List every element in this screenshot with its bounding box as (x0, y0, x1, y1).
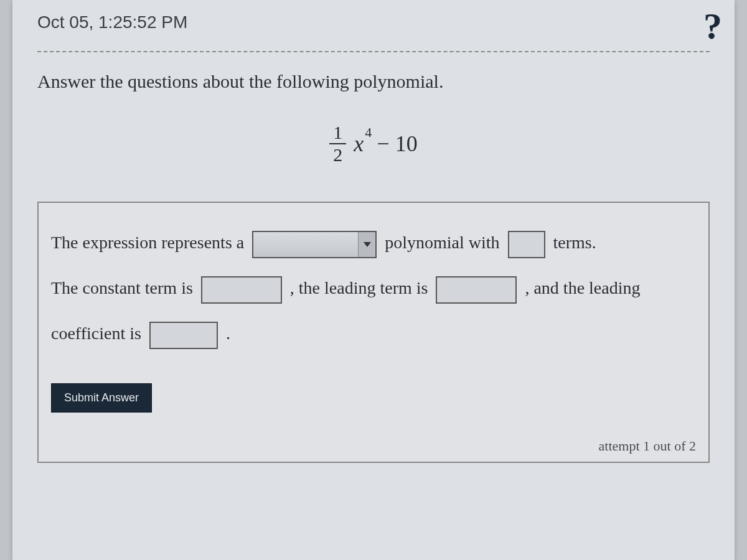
leading-term-input[interactable] (436, 276, 517, 304)
constant-term-input[interactable] (201, 276, 282, 304)
fraction-numerator: 1 (329, 123, 346, 144)
attempt-counter: attempt 1 out of 2 (599, 438, 696, 454)
divider (37, 51, 710, 52)
polynomial-expression: 1 2 x4 − 10 (37, 123, 710, 164)
text-segment: terms. (553, 233, 596, 252)
poly-constant: − 10 (377, 131, 417, 157)
submit-answer-button[interactable]: Submit Answer (51, 383, 152, 413)
fraction: 1 2 (329, 123, 346, 164)
polynomial-type-select[interactable] (252, 231, 377, 258)
answer-box: The expression represents a polynomial w… (37, 202, 710, 463)
poly-exponent: 4 (365, 124, 372, 140)
answer-line-1: The expression represents a polynomial w… (51, 222, 696, 263)
text-segment: coefficient is (51, 324, 146, 343)
fraction-denominator: 2 (329, 144, 346, 164)
poly-variable: x (354, 131, 364, 156)
text-segment: . (226, 324, 230, 343)
text-segment: polynomial with (385, 233, 504, 252)
question-prompt: Answer the questions about the following… (37, 71, 710, 92)
poly-term: x4 (354, 131, 372, 157)
help-icon[interactable]: ? (703, 5, 722, 48)
text-segment: The constant term is (51, 278, 197, 297)
leading-coefficient-input[interactable] (149, 322, 218, 349)
answer-line-3: coefficient is . (51, 312, 696, 354)
terms-count-input[interactable] (508, 231, 545, 258)
timestamp: Oct 05, 1:25:52 PM (37, 0, 710, 51)
text-segment: The expression represents a (51, 233, 248, 252)
answer-line-2: The constant term is , the leading term … (51, 267, 696, 309)
question-page: ? Oct 05, 1:25:52 PM Answer the question… (12, 0, 735, 560)
chevron-down-icon (358, 232, 375, 257)
text-segment: , and the leading (525, 278, 640, 297)
text-segment: , the leading term is (290, 278, 433, 297)
